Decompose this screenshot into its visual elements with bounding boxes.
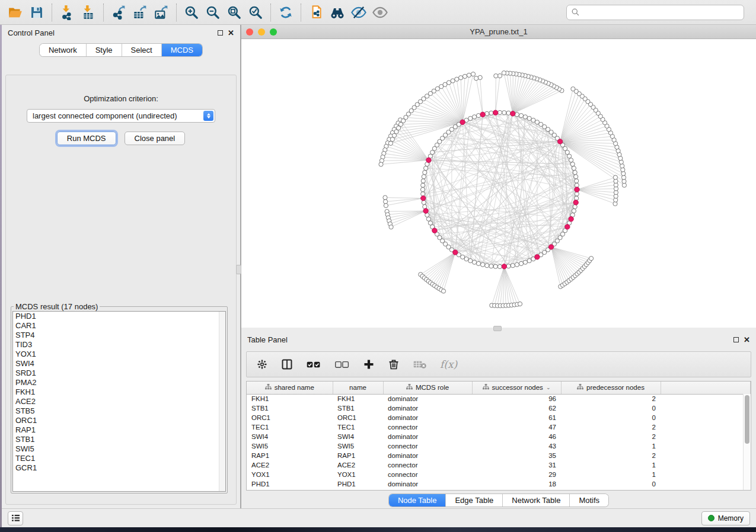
control-panel-title: Control Panel [8,28,55,37]
tab-motifs[interactable]: Motifs [569,494,608,507]
vertical-splitter-grip[interactable] [236,265,241,274]
control-panel: Control Panel ✕ NetworkStyleSelectMCDS O… [2,25,240,508]
table-row[interactable]: PHD1PHD1dominator180 [247,479,751,489]
deselect-all-icon[interactable] [334,357,350,372]
table-panel-titlebar: Table Panel ✕ [241,332,756,347]
toggle-columns-icon[interactable] [281,357,293,372]
node-attr-icon [406,384,413,392]
table-row[interactable]: SWI5SWI5connector431 [247,441,751,451]
column-header-shared-name[interactable]: shared name [247,382,333,394]
mcds-tab-content: Optimization criterion: largest connecte… [5,75,237,505]
tab-select[interactable]: Select [122,44,161,56]
table-scrollbar[interactable] [743,394,751,490]
zoom-in-icon[interactable] [181,2,202,23]
close-panel-button[interactable]: Close panel [125,132,186,145]
mcds-result-item[interactable]: SWI5 [13,444,225,454]
console-button[interactable] [8,511,23,525]
zoom-selected-icon[interactable] [245,2,266,23]
dropdown-stepper-icon [203,111,213,121]
save-session-icon[interactable] [26,2,47,23]
tab-node-table[interactable]: Node Table [389,494,446,507]
add-column-icon[interactable] [363,357,375,372]
delete-table-icon[interactable] [413,357,427,372]
table-toolbar: f(x) [246,351,751,377]
column-header-filler [661,382,751,394]
search-box[interactable] [566,5,744,20]
table-row[interactable]: SWI4SWI4dominator462 [247,432,751,441]
mcds-result-item[interactable]: CAR1 [13,321,225,331]
sort-arrow-icon: ⌄ [546,384,551,390]
tab-mcds[interactable]: MCDS [161,44,202,56]
open-file-icon[interactable] [5,2,26,23]
table-settings-icon[interactable] [256,357,268,372]
tab-network[interactable]: Network [40,44,86,56]
share-document-icon[interactable] [305,2,327,23]
mcds-result-item[interactable]: PHD1 [13,312,225,321]
mcds-result-item[interactable]: STB1 [13,435,225,444]
mcds-list-scrollbar[interactable] [219,312,225,491]
mcds-result-item[interactable]: PMA2 [13,378,225,387]
memory-button[interactable]: Memory [701,511,750,525]
table-row[interactable]: RAP1RAP1dominator352 [247,451,751,460]
toolbar-separator [301,4,301,21]
table-row[interactable]: ACE2ACE2connector311 [247,460,751,470]
mcds-result-item[interactable]: FKH1 [13,387,225,397]
table-panel-title: Table Panel [247,335,288,344]
refresh-layout-icon[interactable] [275,2,296,23]
close-panel-icon[interactable]: ✕ [228,30,234,36]
network-graph-canvas[interactable] [241,39,756,328]
column-header-predecessor-nodes[interactable]: predecessor nodes [561,382,661,394]
import-table-icon[interactable] [78,2,99,23]
table-row[interactable]: TEC1TEC1connector472 [247,422,751,432]
show-details-icon[interactable] [369,2,391,23]
node-attr-icon [577,384,583,392]
search-icon [571,8,580,17]
search-input[interactable] [580,8,734,17]
export-network-icon[interactable] [108,2,129,23]
mcds-result-item[interactable]: ORC1 [13,416,225,425]
mcds-result-item[interactable]: TID3 [13,340,225,350]
zoom-fit-icon[interactable] [224,2,245,23]
memory-status-icon [708,515,714,521]
table-row[interactable]: STB1STB1dominator620 [247,403,751,413]
run-mcds-button[interactable]: Run MCDS [57,132,116,145]
task-list-icon [11,514,20,522]
mcds-result-item[interactable]: STP4 [13,331,225,340]
export-table-icon[interactable] [129,2,151,23]
toolbar-separator [176,4,177,21]
hide-details-icon[interactable] [348,2,369,23]
mcds-result-item[interactable]: STB5 [13,406,225,416]
table-scrollbar-thumb[interactable] [745,395,749,444]
criterion-dropdown[interactable]: largest connected component (undirected) [27,109,215,123]
toolbar-separator [270,4,271,21]
horizontal-splitter-grip[interactable] [493,326,502,331]
mcds-result-item[interactable]: SRD1 [13,368,225,378]
table-row[interactable]: FKH1FKH1dominator962 [247,394,751,403]
function-builder-icon[interactable]: f(x) [440,358,457,370]
zoom-out-icon[interactable] [202,2,224,23]
tab-edge-table[interactable]: Edge Table [445,494,502,507]
network-graph[interactable] [241,39,756,328]
float-table-panel-icon[interactable] [733,337,739,342]
tab-network-table[interactable]: Network Table [502,494,569,507]
mcds-result-item[interactable]: TEC1 [13,454,225,463]
export-image-icon[interactable] [151,2,172,23]
mcds-result-item[interactable]: RAP1 [13,425,225,435]
import-network-icon[interactable] [56,2,78,23]
close-table-panel-icon[interactable]: ✕ [744,337,750,342]
table-row[interactable]: ORC1ORC1dominator610 [247,413,751,422]
mcds-result-item[interactable]: ACE2 [13,397,225,406]
binoculars-icon[interactable] [327,2,348,23]
mcds-result-item[interactable]: SWI4 [13,359,225,368]
mcds-result-list[interactable]: PHD1CAR1STP4TID3YOX1SWI4SRD1PMA2FKH1ACE2… [12,311,226,492]
delete-column-icon[interactable] [388,357,400,372]
select-all-icon[interactable] [306,357,321,372]
mcds-result-item[interactable]: YOX1 [13,350,225,359]
float-panel-icon[interactable] [218,30,223,36]
column-header-name[interactable]: name [333,382,383,394]
tab-style[interactable]: Style [86,44,122,56]
mcds-result-item[interactable]: GCR1 [13,463,225,473]
column-header-successor-nodes[interactable]: successor nodes⌄ [472,382,561,394]
table-row[interactable]: YOX1YOX1connector291 [247,470,751,479]
column-header-MCDS-role[interactable]: MCDS role [383,382,472,394]
